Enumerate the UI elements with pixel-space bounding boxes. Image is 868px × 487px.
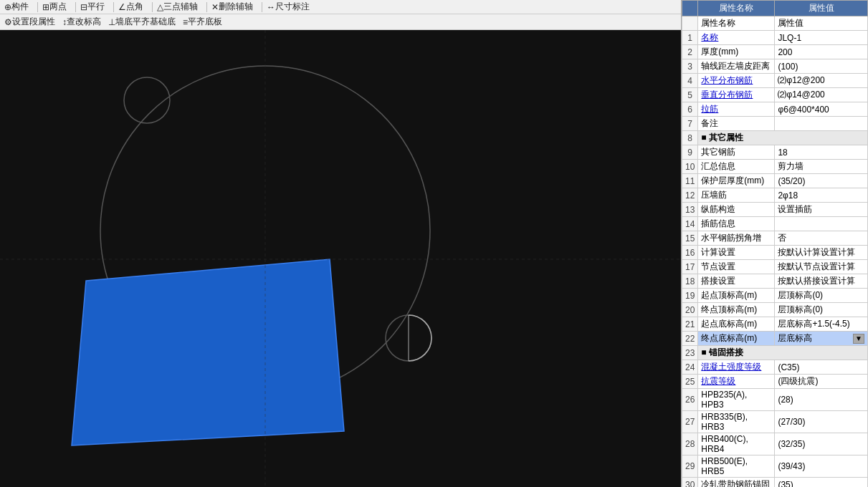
prop-value-cell: 按默认搭接设置计算 <box>775 274 868 289</box>
prop-name-cell: 轴线距左墙皮距离 <box>698 59 775 74</box>
table-row[interactable]: 3轴线距左墙皮距离(100) <box>682 59 868 74</box>
table-row[interactable]: 1名称JLQ-1 <box>682 31 868 45</box>
table-row[interactable]: 18搭接设置按默认搭接设置计算 <box>682 274 868 289</box>
row-number: 11 <box>682 174 698 188</box>
prop-value-cell: 层顶标高(0) <box>775 303 868 317</box>
table-row[interactable]: 22终点底标高(m)层底标高▼ <box>682 332 868 346</box>
prop-name-cell: HRB335(B), HRB3 <box>698 411 775 433</box>
table-row[interactable]: 15水平钢筋拐角增否 <box>682 231 868 246</box>
table-row[interactable]: 6拉筋φ6@400*400 <box>682 102 868 117</box>
prop-name-cell: 起点顶标高(m) <box>698 289 775 303</box>
separator-5 <box>206 2 207 12</box>
table-row[interactable]: 属性名称属性值 <box>682 16 868 31</box>
twopoint-icon: ⊞ <box>42 2 49 12</box>
row-number: 29 <box>682 455 698 478</box>
table-row[interactable]: 25抗震等级(四级抗震) <box>682 375 868 389</box>
table-row[interactable]: 7备注 <box>682 117 868 131</box>
prop-value-cell: (28) <box>775 389 868 411</box>
table-row[interactable]: 4水平分布钢筋⑵φ12@200 <box>682 74 868 88</box>
table-row[interactable]: 23■ 锚固搭接 <box>682 346 868 360</box>
table-row[interactable]: 28HRB400(C), HRB4(32/35) <box>682 433 868 455</box>
canvas-area[interactable] <box>0 30 681 487</box>
dropdown-arrow-icon[interactable]: ▼ <box>853 334 864 344</box>
prop-name-cell: 备注 <box>698 117 775 131</box>
toolbar2-wall-bottom[interactable]: ⊥ 墙底平齐基础底 <box>107 16 177 28</box>
prop-value-cell: 属性值 <box>775 16 868 31</box>
row-number: 15 <box>682 231 698 246</box>
prop-name-cell[interactable]: 抗震等级 <box>698 375 775 389</box>
table-row[interactable]: 19起点顶标高(m)层顶标高(0) <box>682 289 868 303</box>
table-row[interactable]: 5垂直分布钢筋⑵φ14@200 <box>682 88 868 102</box>
table-row[interactable]: 20终点顶标高(m)层顶标高(0) <box>682 303 868 317</box>
row-number: 2 <box>682 45 698 59</box>
prop-name-cell: 插筋信息 <box>698 217 775 231</box>
table-row[interactable]: 30冷轧带肋钢筋锚固(35) <box>682 478 868 488</box>
row-number: 26 <box>682 389 698 411</box>
table-row[interactable]: 11保护层厚度(mm)(35/20) <box>682 174 868 188</box>
row-number: 30 <box>682 478 698 488</box>
prop-value-cell: 设置插筋 <box>775 203 868 217</box>
table-row[interactable]: 9其它钢筋18 <box>682 145 868 160</box>
prop-name-cell: 计算设置 <box>698 246 775 260</box>
table-row[interactable]: 8■ 其它属性 <box>682 131 868 145</box>
table-row[interactable]: 14插筋信息 <box>682 217 868 231</box>
toolbar2-elevation[interactable]: ↕ 查改标高 <box>61 16 102 28</box>
prop-value-cell: (100) <box>775 59 868 74</box>
prop-name-cell[interactable]: 水平分布钢筋 <box>698 74 775 88</box>
toolbar-dimension[interactable]: ↔ 尺寸标注 <box>265 1 311 13</box>
row-number: 7 <box>682 117 698 131</box>
prop-name-cell: ■ 锚固搭接 <box>698 346 868 360</box>
prop-name-cell[interactable]: 混凝土强度等级 <box>698 360 775 375</box>
prop-name-cell[interactable]: 名称 <box>698 31 775 45</box>
prop-name-cell: HRB400(C), HRB4 <box>698 433 775 455</box>
separator-2 <box>75 2 76 12</box>
prop-value-cell: 层底标高+1.5(-4.5) <box>775 317 868 332</box>
flat-bottom-icon: ≡ <box>183 17 188 27</box>
prop-value-cell: JLQ-1 <box>775 31 868 45</box>
row-number: 23 <box>682 346 698 360</box>
prop-value-cell <box>775 117 868 131</box>
toolbar-construct[interactable]: ⊕ 构件 <box>3 1 30 13</box>
table-row[interactable]: 12压墙筋2φ18 <box>682 188 868 203</box>
row-number: 12 <box>682 188 698 203</box>
prop-value-cell: 剪力墙 <box>775 160 868 174</box>
table-row[interactable]: 17节点设置按默认节点设置计算 <box>682 260 868 274</box>
prop-name-cell: 起点底标高(m) <box>698 317 775 332</box>
prop-value-cell[interactable]: 层底标高▼ <box>775 332 868 346</box>
table-row[interactable]: 26HPB235(A), HPB3(28) <box>682 389 868 411</box>
toolbar-parallel[interactable]: ⊟ 平行 <box>79 1 106 13</box>
toolbar2-segment[interactable]: ⚙ 设置段属性 <box>3 16 57 28</box>
table-row[interactable]: 13纵筋构造设置插筋 <box>682 203 868 217</box>
secondary-toolbar: ⚙ 设置段属性 ↕ 查改标高 ⊥ 墙底平齐基础底 ≡ 平齐底板 <box>0 14 681 30</box>
table-row[interactable]: 24混凝土强度等级(C35) <box>682 360 868 375</box>
prop-name-cell: 压墙筋 <box>698 188 775 203</box>
separator-4 <box>152 2 153 12</box>
prop-name-cell: 保护层厚度(mm) <box>698 174 775 188</box>
prop-value-cell: 2φ18 <box>775 188 868 203</box>
prop-value-cell: (32/35) <box>775 433 868 455</box>
toolbar-angle[interactable]: ∠ 点角 <box>117 1 145 13</box>
table-row[interactable]: 2厚度(mm)200 <box>682 45 868 59</box>
prop-name-cell: HRB500(E), HRB5 <box>698 455 775 478</box>
table-row[interactable]: 10汇总信息剪力墙 <box>682 160 868 174</box>
prop-name-cell: 终点顶标高(m) <box>698 303 775 317</box>
row-number: 6 <box>682 102 698 117</box>
prop-name-cell: 节点设置 <box>698 260 775 274</box>
toolbar-twopoint[interactable]: ⊞ 两点 <box>41 1 68 13</box>
prop-name-cell[interactable]: 垂直分布钢筋 <box>698 88 775 102</box>
row-number: 21 <box>682 317 698 332</box>
table-row[interactable]: 29HRB500(E), HRB5(39/43) <box>682 455 868 478</box>
toolbar-threepoint[interactable]: △ 三点辅轴 <box>156 1 199 13</box>
prop-name-cell[interactable]: 拉筋 <box>698 102 775 117</box>
dimension-icon: ↔ <box>267 2 275 12</box>
row-number: 3 <box>682 59 698 74</box>
toolbar-delete-axis[interactable]: ✕ 删除辅轴 <box>210 1 254 13</box>
table-row[interactable]: 27HRB335(B), HRB3(27/30) <box>682 411 868 433</box>
segment-icon: ⚙ <box>4 17 12 27</box>
prop-name-cell: 冷轧带肋钢筋锚固 <box>698 478 775 488</box>
prop-value-cell: 否 <box>775 231 868 246</box>
table-row[interactable]: 21起点底标高(m)层底标高+1.5(-4.5) <box>682 317 868 332</box>
toolbar2-flat-bottom[interactable]: ≡ 平齐底板 <box>181 16 224 28</box>
separator-1 <box>37 2 38 12</box>
table-row[interactable]: 16计算设置按默认计算设置计算 <box>682 246 868 260</box>
